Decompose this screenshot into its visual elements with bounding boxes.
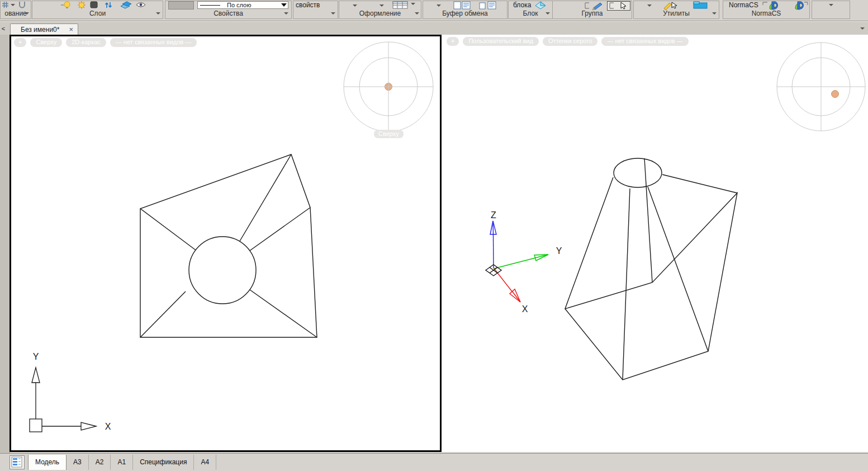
eye-icon[interactable] [136, 1, 146, 8]
ribbon-group-clipboard: Буфер обмена [423, 1, 507, 19]
close-icon[interactable]: × [69, 25, 73, 34]
locator-dot[interactable] [832, 91, 839, 98]
match-properties-button[interactable]: свойств [296, 1, 320, 9]
quick-select-icon[interactable] [663, 1, 677, 10]
normacs-open-icon[interactable] [762, 1, 783, 10]
ribbon-group-block: блока Блок [508, 1, 553, 19]
wireframe-edge [648, 187, 708, 351]
viewport-top-view[interactable]: + Сверху 2D-каркас — нет связанных видов… [10, 35, 442, 452]
table-icon[interactable] [392, 1, 409, 9]
viewport-controls: + Сверху 2D-каркас — нет связанных видов… [14, 38, 197, 47]
view-locator[interactable] [344, 42, 433, 131]
x-axis-label: X [522, 304, 528, 314]
dropdown-caret[interactable] [353, 4, 357, 7]
document-tab-bar: < Без имени0* × [0, 21, 868, 35]
sheet-manager-button[interactable] [10, 455, 25, 469]
sheet-tab-a2[interactable]: A2 [89, 455, 111, 470]
viewport-user-view[interactable]: + Пользовательский вид Оттенки серого — … [442, 35, 868, 452]
sheets-list-icon [10, 456, 24, 469]
grid-icon[interactable] [2, 1, 9, 8]
color-swatch[interactable] [168, 1, 194, 10]
wireframe-ellipse [614, 158, 662, 187]
ribbon: ование Слои По слою Свойства свойств [0, 0, 868, 21]
group-dialog-caret[interactable] [156, 12, 160, 15]
wireframe-edge [140, 154, 317, 337]
ucs-icon-2d [30, 368, 96, 432]
left-margin-strip [0, 35, 10, 453]
linetype-combobox[interactable]: По слою [197, 1, 288, 9]
ribbon-group-annotation: Оформление [339, 1, 421, 19]
ribbon-group-label: Свойства [165, 10, 291, 17]
visual-style-control[interactable]: Оттенки серого [543, 37, 597, 46]
group-dialog-caret[interactable] [331, 12, 335, 15]
measure-icon[interactable] [692, 1, 709, 10]
dropdown-caret[interactable] [829, 4, 833, 6]
linetype-sample [200, 5, 220, 6]
view-locator[interactable] [777, 43, 865, 131]
layers-stack-icon[interactable] [120, 1, 133, 9]
normacs-button[interactable]: NormaCS [729, 1, 758, 9]
sheet-tab-model[interactable]: Модель [28, 455, 67, 470]
linked-views-control[interactable]: — нет связанных видов — [110, 38, 197, 47]
normacs-doc-icon[interactable] [788, 1, 809, 10]
viewport-add-button[interactable]: + [447, 37, 459, 46]
viewport-add-button[interactable]: + [14, 38, 26, 47]
z-axis-label: Z [491, 210, 496, 220]
layer-off-icon[interactable] [90, 1, 98, 8]
tab-list-caret[interactable] [860, 27, 865, 30]
visual-style-control[interactable]: 2D-каркас [66, 38, 106, 47]
view-direction-control[interactable]: Пользовательский вид [463, 37, 538, 46]
dropdown-caret[interactable] [380, 4, 384, 7]
y-axis-label: Y [556, 246, 562, 256]
wireframe-edge [140, 209, 196, 250]
layer-freeze-icon[interactable] [104, 1, 113, 9]
sheet-tab-a4[interactable]: A4 [194, 455, 216, 470]
layer-on-bulb-icon[interactable] [60, 1, 72, 9]
block-editor-button[interactable]: блока [513, 1, 531, 9]
block-wizard-icon[interactable] [534, 1, 547, 10]
document-tab[interactable]: Без имени0* × [10, 23, 78, 35]
sketch-icon[interactable] [18, 1, 29, 9]
ribbon-group-matchprops: свойств [293, 1, 338, 19]
group-dialog-caret[interactable] [415, 12, 419, 15]
ribbon-group-properties: По слою Свойства [165, 1, 292, 19]
user-view-canvas: Z Y X [442, 35, 868, 452]
axis-triad [486, 221, 548, 302]
wireframe-circle [189, 237, 256, 304]
z-axis [490, 221, 496, 269]
sheet-tab-spec[interactable]: Спецификация [133, 455, 194, 470]
group-dialog-caret[interactable] [25, 12, 29, 15]
dropdown-caret[interactable] [647, 4, 652, 7]
sheet-tabs: Модель A3 A2 A1 Спецификация A4 [28, 455, 216, 470]
ribbon-group-layers: Слои [32, 1, 163, 19]
view-direction-control[interactable]: Сверху [30, 38, 62, 47]
ribbon-group-group: Группа [552, 1, 632, 19]
tab-scroll-left-button[interactable]: < [0, 23, 7, 34]
linetype-caret[interactable] [281, 3, 287, 7]
ribbon-group-normacs: NormaCS NormaCS [723, 1, 810, 19]
dropdown-caret[interactable] [437, 4, 441, 7]
copy-icon[interactable] [453, 1, 475, 10]
group-dialog-caret[interactable] [546, 12, 550, 15]
ribbon-group-label: Оформление [339, 10, 421, 17]
sheet-tab-a1[interactable]: A1 [111, 455, 133, 470]
locator-view-label[interactable]: Сверху [374, 130, 404, 138]
group-dialog-caret[interactable] [284, 12, 288, 15]
linked-views-control[interactable]: — нет связанных видов — [601, 37, 688, 46]
viewport-controls: + Пользовательский вид Оттенки серого — … [447, 37, 689, 46]
sheet-tab-a3[interactable]: A3 [67, 455, 89, 470]
ribbon-group-label: NormaCS [723, 10, 809, 17]
wireframe-edge [662, 175, 737, 193]
layer-auto-bulb-icon[interactable] [77, 1, 86, 9]
grid-dropdown-caret[interactable] [11, 4, 15, 6]
table-dropdown-caret[interactable] [411, 3, 415, 5]
document-tab-title: Без имени0* [21, 26, 59, 34]
wireframe-edge [250, 208, 310, 251]
wireframe-edge [565, 193, 737, 380]
ribbon-group-label: Группа [553, 10, 632, 17]
group-dialog-caret[interactable] [712, 12, 717, 15]
paste-icon[interactable] [479, 1, 501, 10]
edit-group-icon [584, 1, 605, 10]
y-axis [494, 255, 548, 269]
wireframe-edge [140, 291, 186, 337]
